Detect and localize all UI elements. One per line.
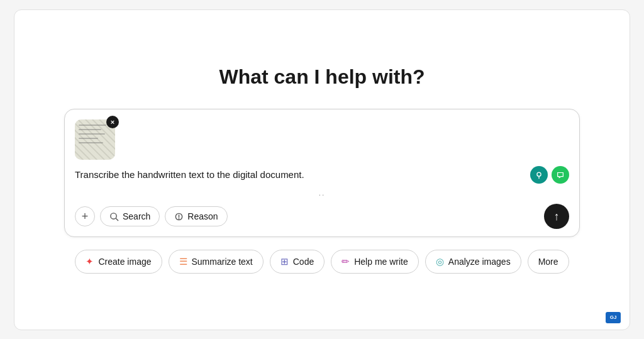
analyze-images-label: Analyze images bbox=[448, 257, 511, 267]
suggestion-chip-more[interactable]: More bbox=[528, 250, 569, 274]
chat-icon bbox=[556, 170, 565, 179]
code-icon: ⊞ bbox=[280, 256, 289, 267]
handwriting-line-4 bbox=[79, 138, 98, 139]
more-label: More bbox=[538, 257, 558, 267]
green-icon bbox=[552, 166, 569, 184]
image-preview-container: × bbox=[75, 119, 115, 160]
suggestion-chip-create-image[interactable]: ✦Create image bbox=[75, 250, 162, 274]
add-button[interactable]: + bbox=[75, 206, 95, 226]
remove-image-button[interactable]: × bbox=[106, 116, 119, 128]
summarize-text-icon: ☰ bbox=[179, 256, 187, 267]
submit-button[interactable]: ↑ bbox=[544, 204, 569, 229]
help-me-write-label: Help me write bbox=[354, 257, 408, 267]
reason-label: Reason bbox=[187, 211, 218, 221]
handwriting-line-1 bbox=[79, 125, 106, 126]
handwriting-lines bbox=[79, 125, 111, 147]
search-label: Search bbox=[123, 211, 150, 221]
create-image-icon: ✦ bbox=[86, 256, 94, 267]
reason-icon bbox=[174, 212, 184, 221]
watermark-text: GJ bbox=[610, 314, 617, 320]
location-icon bbox=[535, 170, 543, 179]
help-me-write-icon: ✏ bbox=[341, 256, 350, 267]
submit-arrow-icon: ↑ bbox=[554, 210, 560, 223]
teal-icon bbox=[530, 166, 548, 184]
search-icon bbox=[109, 212, 119, 221]
watermark-box: GJ bbox=[606, 312, 621, 323]
suggestion-chip-summarize-text[interactable]: ☰Summarize text bbox=[169, 250, 264, 274]
toolbar-left: + Search Reason bbox=[75, 206, 228, 226]
handwriting-line-2 bbox=[79, 129, 101, 130]
summarize-text-label: Summarize text bbox=[192, 257, 253, 267]
main-container: What can I help with? × Transcribe the bbox=[14, 9, 630, 330]
suggestion-chip-help-me-write[interactable]: ✏Help me write bbox=[331, 250, 419, 274]
input-card: × Transcribe the handwritten text to the… bbox=[64, 109, 580, 237]
create-image-label: Create image bbox=[98, 257, 151, 267]
svg-point-0 bbox=[537, 172, 541, 176]
input-row: Transcribe the handwritten text to the d… bbox=[75, 166, 569, 184]
reason-button[interactable]: Reason bbox=[165, 206, 227, 226]
analyze-images-icon: ◎ bbox=[436, 256, 444, 267]
suggestion-row: ✦Create image☰Summarize text⊞Code✏Help m… bbox=[75, 250, 569, 274]
toolbar-row: + Search Reason ↑ bbox=[75, 204, 569, 229]
svg-line-3 bbox=[116, 218, 118, 221]
code-label: Code bbox=[293, 257, 314, 267]
input-icons bbox=[530, 166, 569, 184]
handwriting-line-3 bbox=[79, 133, 105, 135]
suggestion-chip-analyze-images[interactable]: ◎Analyze images bbox=[425, 250, 521, 274]
svg-point-2 bbox=[111, 213, 116, 218]
watermark: GJ bbox=[606, 312, 621, 323]
search-button[interactable]: Search bbox=[100, 206, 160, 226]
page-title: What can I help with? bbox=[219, 65, 425, 89]
ellipsis: .. bbox=[75, 189, 569, 197]
suggestion-chip-code[interactable]: ⊞Code bbox=[270, 250, 325, 274]
handwriting-line-5 bbox=[79, 142, 103, 143]
input-text[interactable]: Transcribe the handwritten text to the d… bbox=[75, 168, 530, 182]
